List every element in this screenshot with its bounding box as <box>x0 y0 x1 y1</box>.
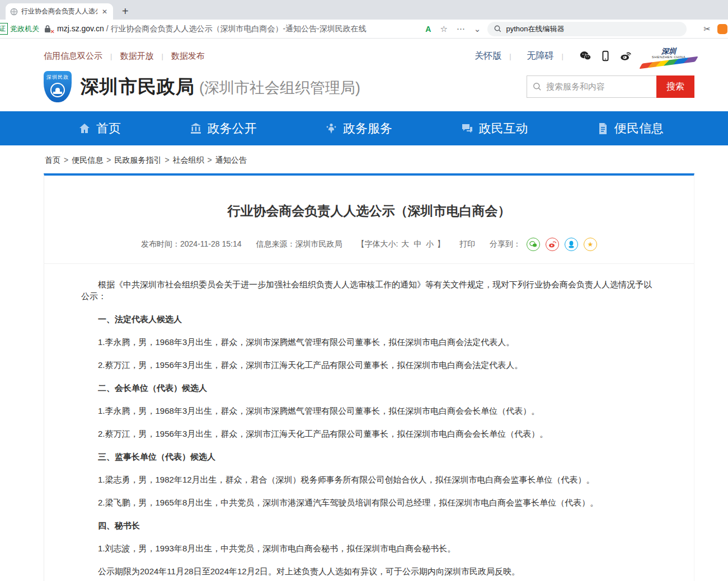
translate-icon[interactable]: A <box>423 25 433 34</box>
crumb-notices[interactable]: 通知公告 <box>215 155 247 164</box>
divider: | <box>562 52 563 60</box>
address-bar[interactable]: mzj.sz.gov.cn / 行业协会商会负责人人选公示（深圳市电白商会）-通… <box>57 24 419 34</box>
shenzhen-city-logo: 深圳 SHENZHEN CHINA <box>643 46 694 65</box>
browser-tab-bar: 行业协会商会负责人人选公示 ✕ + <box>0 0 728 20</box>
paragraph: 2.蔡万江，男，1956年3月出生，群众，深圳市江海天化工产品有限公司董事长，拟… <box>81 428 657 440</box>
paragraph: 公示期限为2024年11月28日至2024年12月2日。对上述负责人人选如有异议… <box>81 565 657 577</box>
home-icon <box>78 122 91 135</box>
breadcrumb: 首页>便民信息>民政服务指引>社会组织>通知公告 <box>0 145 728 173</box>
logo-emblem-icon <box>50 83 65 97</box>
article-container: 行业协会商会负责人人选公示（深圳市电白商会） 发布时间：2024-11-28 1… <box>44 173 694 581</box>
paragraph: 1.梁志勇，男，1982年12月出生，群众，君合（深圳）税务师事务所有限公司创始… <box>81 474 657 485</box>
government-building-icon <box>190 122 202 135</box>
section-heading: 四、秘书长 <box>81 519 657 531</box>
header-main-row: 深圳民政 深圳市民政局 (深圳市社会组织管理局) 搜索服务和内容 搜索 <box>44 71 694 111</box>
font-size-medium[interactable]: 中 <box>414 239 421 248</box>
search-icon <box>494 25 501 32</box>
scissors-clip-icon[interactable]: ✂ <box>701 24 713 34</box>
nav-item-interaction[interactable]: 政民互动 <box>461 120 528 137</box>
article-title: 行业协会商会负责人人选公示（深圳市电白商会） <box>67 202 671 220</box>
site-header: 信用信息双公示 | 数据开放 | 数据发布 关怀版 | 无障碍 | <box>0 39 728 111</box>
info-source: 信息来源：深圳市民政局 <box>256 239 342 249</box>
share-qq-icon[interactable] <box>565 238 578 251</box>
tab-close-icon[interactable]: ✕ <box>101 8 109 16</box>
browser-toolbar: 证 党政机关 ✕ mzj.sz.gov.cn / 行业协会商会负责人人选公示（深… <box>0 20 728 39</box>
font-size-control: 【字体大小: 大 中 小 】 <box>357 239 445 249</box>
header-utility-row: 信用信息双公示 | 数据开放 | 数据发布 关怀版 | 无障碍 | <box>44 39 694 65</box>
share-wechat-icon[interactable] <box>527 238 540 251</box>
crumb-social-org[interactable]: 社会组织 <box>173 155 204 164</box>
publish-time: 发布时间：2024-11-28 15:14 <box>141 239 242 249</box>
search-button[interactable]: 搜索 <box>656 75 694 98</box>
section-heading: 一、法定代表人候选人 <box>81 313 657 325</box>
link-open-data[interactable]: 数据开放 <box>120 51 153 62</box>
print-button[interactable]: 打印 <box>459 239 475 249</box>
article-meta-row: 发布时间：2024-11-28 15:14 信息来源：深圳市民政局 【字体大小:… <box>44 238 694 264</box>
paragraph: 1.刘志波，男，1993年8月出生，中共党员，深圳市电白商会秘书，拟任深圳市电白… <box>81 542 657 554</box>
site-subtitle: (深圳市社会组织管理局) <box>199 78 360 98</box>
font-size-small[interactable]: 小 <box>426 239 434 248</box>
nav-item-home[interactable]: 首页 <box>78 120 121 137</box>
url-domain: mzj.sz.gov.cn <box>57 24 104 33</box>
new-tab-button[interactable]: + <box>122 5 129 18</box>
mobile-icon[interactable] <box>599 50 612 62</box>
share-weibo-icon[interactable] <box>546 238 559 251</box>
chat-bubbles-icon <box>461 122 473 135</box>
cert-label: 党政机关 <box>10 24 39 34</box>
link-accessibility[interactable]: 无障碍 <box>527 50 554 62</box>
paragraph: 1.李永腾，男，1968年3月出生，群众，深圳市深腾燃气管理有限公司董事长，拟任… <box>81 336 657 348</box>
link-data-release[interactable]: 数据发布 <box>171 51 205 62</box>
divider: | <box>509 52 511 60</box>
site-title[interactable]: 深圳市民政局 <box>81 74 195 100</box>
main-nav: 首页 政务公开 政务服务 政民互动 <box>0 111 728 145</box>
search-icon <box>533 82 542 91</box>
service-hands-icon <box>325 122 337 135</box>
gov-cert-badge[interactable]: 证 党政机关 <box>0 23 39 35</box>
section-heading: 二、会长单位（代表）候选人 <box>81 382 657 394</box>
browser-search-query: python在线编辑器 <box>506 24 564 34</box>
nav-item-gov-disclosure[interactable]: 政务公开 <box>190 120 257 137</box>
font-size-large[interactable]: 大 <box>401 239 409 248</box>
paragraph: 根据《中共深圳市社会组织委员会关于进一步加强社会组织负责人人选审核工作的通知》等… <box>81 278 657 302</box>
link-credit-disclosure[interactable]: 信用信息双公示 <box>44 51 102 62</box>
nav-item-public-info[interactable]: 便民信息 <box>597 120 664 137</box>
document-icon <box>597 122 609 135</box>
cert-seal-icon: 证 <box>0 23 8 35</box>
link-care-version[interactable]: 关怀版 <box>475 50 501 62</box>
crumb-public-info[interactable]: 便民信息 <box>72 155 103 164</box>
browser-tab[interactable]: 行业协会商会负责人人选公示 ✕ <box>6 3 113 20</box>
insecure-lock-icon[interactable]: ✕ <box>44 25 53 34</box>
crumb-service-guide[interactable]: 民政服务指引 <box>114 155 161 164</box>
paragraph: 2.蔡万江，男，1956年3月出生，群众，深圳市江海天化工产品有限公司董事长，拟… <box>81 359 657 371</box>
crumb-home[interactable]: 首页 <box>45 155 60 164</box>
article-body: 根据《中共深圳市社会组织委员会关于进一步加强社会组织负责人人选审核工作的通知》等… <box>44 264 694 581</box>
nav-item-gov-services[interactable]: 政务服务 <box>325 120 392 137</box>
site-search: 搜索服务和内容 搜索 <box>527 75 694 98</box>
divider: | <box>110 52 112 60</box>
favorite-star-icon[interactable]: ☆ <box>438 24 449 34</box>
section-heading: 三、监事长单位（代表）候选人 <box>81 451 657 462</box>
share-qzone-icon[interactable]: ★ <box>584 238 597 251</box>
more-options-icon[interactable]: ⋯ <box>454 24 467 34</box>
search-placeholder: 搜索服务和内容 <box>546 82 605 92</box>
divider: | <box>161 52 163 60</box>
extension-icon[interactable] <box>717 24 727 34</box>
paragraph: 1.李永腾，男，1968年3月出生，群众，深圳市深腾燃气管理有限公司董事长，拟任… <box>81 405 657 417</box>
browser-search-pill[interactable]: python在线编辑器 <box>487 22 687 36</box>
wechat-icon[interactable] <box>579 50 591 62</box>
chevron-down-icon[interactable]: ⌄ <box>472 24 483 34</box>
site-search-input[interactable]: 搜索服务和内容 <box>527 75 656 98</box>
tab-title: 行业协会商会负责人人选公示 <box>21 7 97 16</box>
bureau-logo[interactable]: 深圳民政 <box>44 71 72 102</box>
paragraph: 2.梁飞鹏，男，1965年8月出生，中共党员，深圳市港深通汽车驾驶员培训有限公司… <box>81 497 657 508</box>
share-label: 分享到： <box>490 239 521 249</box>
weibo-icon[interactable] <box>619 50 632 62</box>
globe-favicon-icon <box>10 8 18 16</box>
url-path: / 行业协会商会负责人人选公示（深圳市电白商会）-通知公告-深圳民政在线 <box>104 24 367 33</box>
